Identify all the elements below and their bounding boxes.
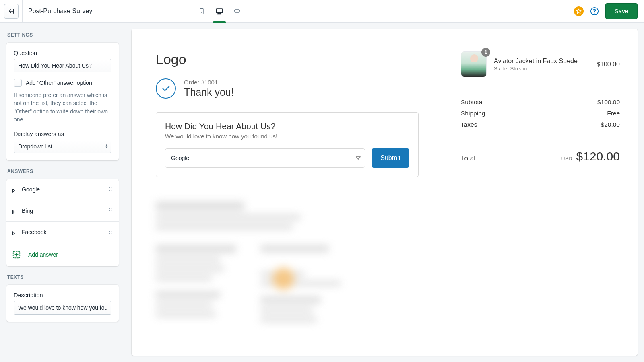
product-thumbnail: 1	[461, 51, 487, 77]
add-answer-label: Add answer	[28, 251, 58, 258]
order-number: Order #1001	[184, 79, 234, 86]
divider	[461, 139, 620, 139]
section-label-settings: SETTINGS	[7, 32, 119, 38]
taxes-label: Taxes	[461, 121, 477, 128]
answer-row[interactable]: Google ⠿	[6, 179, 119, 200]
answer-label: Bing	[22, 208, 33, 214]
svg-marker-17	[356, 157, 360, 159]
device-switcher	[197, 5, 242, 17]
total-value-wrap: USD$120.00	[561, 150, 620, 163]
add-section-icon	[12, 250, 21, 259]
total-row: Total USD$120.00	[461, 150, 620, 163]
answer-row[interactable]: Facebook ⠿	[6, 222, 119, 243]
check-circle-icon	[156, 78, 176, 99]
blurred-order-details	[156, 202, 419, 356]
settings-card: Question Add "Other" answer option If so…	[6, 43, 119, 160]
settings-sidebar: SETTINGS Question Add "Other" answer opt…	[0, 23, 125, 362]
texts-card: Description	[6, 285, 119, 322]
answers-card: Google ⠿ Bing ⠿ Facebook ⠿	[6, 179, 119, 266]
preview-main: Logo Order #1001 Thank you! How Did You …	[132, 29, 443, 356]
caret-down-icon	[351, 149, 365, 167]
order-confirmation: Order #1001 Thank you!	[156, 78, 419, 99]
help-button[interactable]	[590, 7, 599, 16]
product-name: Aviator Jacket in Faux Suede	[494, 58, 578, 65]
order-meta: Order #1001 Thank you!	[184, 79, 234, 98]
preview-frame: Logo Order #1001 Thank you! How Did You …	[132, 29, 638, 356]
upgrade-star-button[interactable]	[574, 6, 584, 16]
quantity-badge: 1	[481, 48, 490, 57]
svg-marker-11	[13, 189, 15, 192]
chevron-right-icon	[12, 230, 16, 234]
store-logo-text: Logo	[156, 51, 419, 67]
shipping-row: Shipping Free	[461, 110, 620, 117]
question-input[interactable]	[14, 59, 111, 72]
section-label-texts: TEXTS	[7, 274, 119, 280]
shipping-label: Shipping	[461, 110, 485, 117]
cart-item: 1 Aviator Jacket in Faux Suede S / Jet S…	[461, 51, 620, 77]
taxes-value: $20.00	[601, 121, 620, 128]
survey-submit-button[interactable]: Submit	[372, 148, 409, 168]
survey-controls: Google Submit	[165, 148, 409, 168]
device-full-button[interactable]	[232, 5, 242, 17]
display-as-select[interactable]: Dropdown list	[14, 140, 111, 153]
other-checkbox[interactable]	[14, 79, 22, 87]
answer-label: Facebook	[22, 229, 46, 235]
survey-description: We would love to know how you found us!	[165, 133, 409, 140]
preview-area: Logo Order #1001 Thank you! How Did You …	[125, 23, 644, 362]
total-amount: $120.00	[576, 150, 620, 163]
svg-marker-12	[13, 210, 15, 214]
drag-handle-icon[interactable]: ⠿	[108, 229, 113, 235]
display-as-label: Display answers as	[14, 131, 111, 137]
subtotal-label: Subtotal	[461, 99, 484, 106]
svg-rect-7	[235, 10, 239, 13]
add-answer-button[interactable]: Add answer	[6, 243, 119, 266]
other-checkbox-row[interactable]: Add "Other" answer option	[14, 79, 111, 87]
survey-answer-select[interactable]: Google	[165, 148, 365, 168]
drag-handle-icon[interactable]: ⠿	[108, 186, 113, 193]
svg-rect-4	[217, 9, 223, 13]
description-input[interactable]	[14, 301, 111, 315]
mobile-icon	[198, 7, 205, 16]
order-summary: 1 Aviator Jacket in Faux Suede S / Jet S…	[443, 29, 638, 356]
chevron-right-icon	[12, 209, 16, 213]
back-icon	[8, 8, 15, 15]
device-desktop-button[interactable]	[215, 5, 224, 17]
answer-row[interactable]: Bing ⠿	[6, 200, 119, 222]
save-button[interactable]: Save	[605, 3, 638, 19]
product-variant: S / Jet Stream	[494, 66, 578, 72]
star-icon	[576, 8, 582, 14]
help-icon	[590, 7, 599, 16]
thank-you-text: Thank you!	[184, 86, 234, 98]
desktop-icon	[215, 8, 224, 15]
taxes-row: Taxes $20.00	[461, 121, 620, 128]
top-bar: Post-Purchase Survey	[0, 0, 644, 23]
survey-card: How Did You Hear About Us? We would love…	[156, 112, 419, 177]
question-label: Question	[14, 50, 111, 56]
chevron-right-icon	[12, 187, 16, 191]
fullwidth-icon	[233, 8, 241, 14]
back-area	[0, 0, 23, 23]
device-mobile-button[interactable]	[197, 5, 206, 17]
currency-code: USD	[561, 156, 572, 162]
survey-selected-value: Google	[171, 155, 189, 161]
back-button[interactable]	[4, 4, 19, 19]
workspace: SETTINGS Question Add "Other" answer opt…	[0, 23, 644, 362]
description-label: Description	[14, 292, 111, 298]
product-price: $100.00	[597, 61, 620, 68]
top-right-actions: Save	[574, 3, 638, 19]
svg-marker-8	[576, 9, 581, 14]
svg-marker-13	[13, 232, 15, 235]
display-as-select-wrap[interactable]: Dropdown list ▲▼	[14, 140, 111, 153]
drag-handle-icon[interactable]: ⠿	[108, 208, 113, 214]
subtotal-row: Subtotal $100.00	[461, 99, 620, 106]
total-label: Total	[461, 154, 475, 162]
divider	[461, 88, 620, 88]
shipping-value: Free	[607, 110, 620, 117]
subtotal-value: $100.00	[597, 99, 620, 106]
other-help-text: If someone prefer an answer which is not…	[14, 91, 111, 123]
cart-item-info: Aviator Jacket in Faux Suede S / Jet Str…	[494, 58, 578, 72]
svg-rect-6	[218, 14, 221, 14]
other-checkbox-label: Add "Other" answer option	[26, 80, 92, 86]
page-title: Post-Purchase Survey	[28, 8, 92, 15]
answer-label: Google	[22, 186, 40, 193]
